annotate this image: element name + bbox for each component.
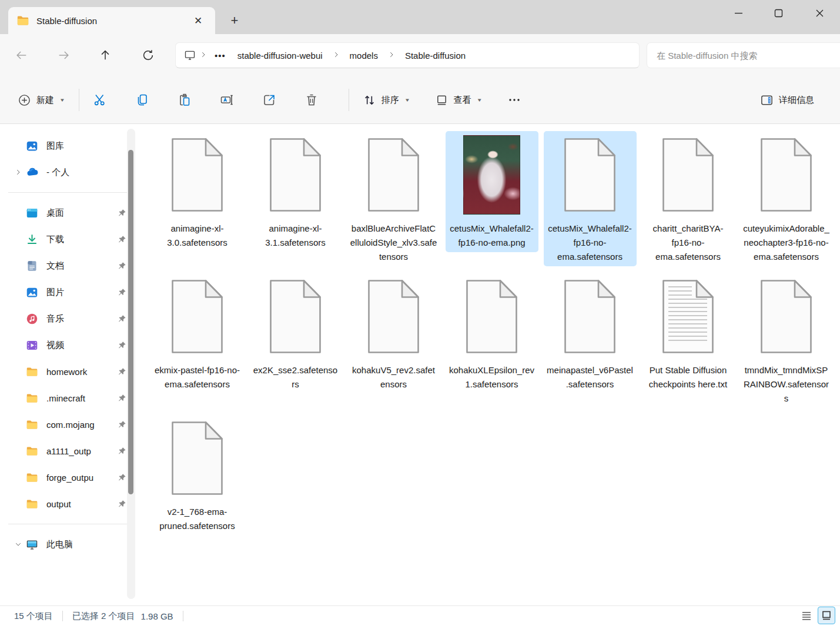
tab-close-icon[interactable]: ✕ xyxy=(189,12,207,29)
pin-icon xyxy=(117,208,127,218)
toolbar-separator xyxy=(79,89,79,111)
pin-icon xyxy=(117,340,127,350)
pin-icon xyxy=(117,235,127,245)
file-item[interactable]: Put Stable Diffusion checkpoints here.tx… xyxy=(642,273,735,394)
details-pane-button[interactable]: 详细信息 xyxy=(754,87,820,113)
file-item[interactable]: charitt_charitBYA-fp16-no-ema.safetensor… xyxy=(642,131,735,266)
file-item[interactable]: kohakuV5_rev2.safetensors xyxy=(347,273,440,394)
breadcrumb-overflow-button[interactable]: ••• xyxy=(211,51,229,61)
status-separator xyxy=(62,611,63,621)
file-item[interactable]: cuteyukimixAdorable_neochapter3-fp16-no-… xyxy=(740,131,833,266)
folder-icon xyxy=(26,471,38,484)
sidebar-item-homework[interactable]: homework xyxy=(5,360,130,383)
folder-icon xyxy=(26,419,38,431)
file-name: cuteyukimixAdorable_neochapter3-fp16-no-… xyxy=(743,222,830,264)
folder-tab[interactable]: Stable-diffusion ✕ xyxy=(8,7,215,34)
blank-file-icon xyxy=(758,138,814,212)
file-item[interactable]: v2-1_768-ema-pruned.safetensors xyxy=(151,414,244,535)
sidebar-scrollbar-thumb[interactable] xyxy=(128,150,133,494)
share-button[interactable] xyxy=(256,87,282,113)
rename-button[interactable] xyxy=(214,87,240,113)
navigation-pane: 图库- 个人桌面下载文档图片音乐视频homework.minecraftcom.… xyxy=(0,124,136,605)
sidebar-item-output[interactable]: output xyxy=(5,492,130,515)
sidebar-item-视频[interactable]: 视频 xyxy=(5,333,130,357)
monitor-icon[interactable] xyxy=(184,49,196,61)
breadcrumb[interactable]: •••stable-diffusion-webuimodelsStable-di… xyxy=(175,42,640,68)
sidebar-scrollbar-track[interactable] xyxy=(127,129,135,599)
new-button[interactable]: 新建 ▼ xyxy=(12,87,71,113)
large-icons-view-toggle[interactable] xyxy=(818,607,835,624)
chevron-down-icon: ▼ xyxy=(59,98,65,103)
chevron-down-icon: ▼ xyxy=(404,98,410,103)
cut-icon xyxy=(93,93,107,107)
sidebar-item-a1111-outp[interactable]: a1111_outp xyxy=(5,439,130,463)
refresh-button[interactable] xyxy=(136,43,160,67)
status-separator xyxy=(183,611,183,621)
chevron-right-icon xyxy=(331,51,342,61)
sidebar-item-文档[interactable]: 文档 xyxy=(5,254,130,277)
sort-button[interactable]: 排序 ▼ xyxy=(357,87,416,113)
file-item[interactable]: ekmix-pastel-fp16-no-ema.safetensors xyxy=(151,273,244,394)
up-button[interactable] xyxy=(93,43,117,67)
chevron-right-icon[interactable] xyxy=(11,168,26,176)
sidebar-item-图片[interactable]: 图片 xyxy=(5,280,130,304)
blank-file-icon xyxy=(366,279,421,354)
sidebar-item--个人[interactable]: - 个人 xyxy=(5,160,130,184)
blank-file-icon xyxy=(562,279,618,354)
copy-icon xyxy=(135,93,149,107)
details-pane-icon xyxy=(760,93,774,107)
file-item[interactable]: tmndMix_tmndMixSPRAINBOW.safetensors xyxy=(740,273,833,408)
sidebar-item-桌面[interactable]: 桌面 xyxy=(5,201,130,225)
blank-file-icon xyxy=(562,138,618,212)
selection-count: 已选择 2 个项目 xyxy=(72,611,135,622)
maximize-button[interactable] xyxy=(762,0,795,26)
list-view-toggle[interactable] xyxy=(798,607,815,624)
cut-button[interactable] xyxy=(87,87,113,113)
file-item[interactable]: meinapastel_v6Pastel.safetensors xyxy=(544,273,637,394)
sidebar-item-label: output xyxy=(46,499,117,509)
search-input[interactable] xyxy=(647,51,840,61)
file-list-area: animagine-xl-3.0.safetensorsanimagine-xl… xyxy=(136,124,840,605)
close-button[interactable] xyxy=(803,0,836,26)
selection-size: 1.98 GB xyxy=(141,611,173,621)
breadcrumb-segment[interactable]: stable-diffusion-webui xyxy=(232,48,329,63)
sidebar-item-图库[interactable]: 图库 xyxy=(5,134,130,158)
copy-button[interactable] xyxy=(129,87,155,113)
file-item[interactable]: cetusMix_Whalefall2-fp16-no-ema.png xyxy=(446,131,538,252)
chevron-right-icon xyxy=(386,51,397,61)
paste-button[interactable] xyxy=(172,87,198,113)
forward-button[interactable] xyxy=(52,43,75,67)
sidebar-item-forge-outpu[interactable]: forge_outpu xyxy=(5,466,130,489)
sidebar-divider xyxy=(8,524,128,524)
view-button[interactable]: 查看 ▼ xyxy=(429,87,488,113)
new-tab-button[interactable]: + xyxy=(225,11,245,31)
chevron-down-icon: ▼ xyxy=(477,98,483,103)
file-item[interactable]: baxlBlueArchiveFlatCelluloidStyle_xlv3.s… xyxy=(347,131,440,266)
sidebar-item--minecraft[interactable]: .minecraft xyxy=(5,386,130,410)
file-name: meinapastel_v6Pastel.safetensors xyxy=(547,363,634,391)
new-button-label: 新建 xyxy=(36,95,54,106)
sidebar-item-label: forge_outpu xyxy=(46,473,117,483)
sidebar-item-com-mojang[interactable]: com.mojang xyxy=(5,413,130,436)
file-item[interactable]: animagine-xl-3.0.safetensors xyxy=(151,131,244,252)
chevron-right-icon xyxy=(198,51,209,61)
videos-icon xyxy=(26,339,38,352)
file-item[interactable]: cetusMix_Whalefall2-fp16-no-ema.safetens… xyxy=(544,131,637,266)
sidebar-item-此电脑[interactable]: 此电脑 xyxy=(5,533,130,556)
sidebar-item-label: 图库 xyxy=(46,140,130,152)
delete-button[interactable] xyxy=(299,87,324,113)
breadcrumb-segment[interactable]: Stable-diffusion xyxy=(399,48,471,63)
folder-icon xyxy=(26,392,38,404)
breadcrumb-segment[interactable]: models xyxy=(344,48,384,63)
pin-icon xyxy=(117,367,127,377)
sidebar-item-音乐[interactable]: 音乐 xyxy=(5,307,130,330)
back-button[interactable] xyxy=(10,43,34,67)
sort-icon xyxy=(363,93,376,107)
minimize-button[interactable] xyxy=(722,0,755,26)
file-item[interactable]: kohakuXLEpsilon_rev1.safetensors xyxy=(446,273,538,394)
file-item[interactable]: ex2K_sse2.safetensors xyxy=(249,273,342,394)
sidebar-item-下载[interactable]: 下载 xyxy=(5,227,130,251)
chevron-down-icon[interactable] xyxy=(11,540,26,548)
file-item[interactable]: animagine-xl-3.1.safetensors xyxy=(249,131,342,252)
more-options-button[interactable] xyxy=(501,87,527,113)
